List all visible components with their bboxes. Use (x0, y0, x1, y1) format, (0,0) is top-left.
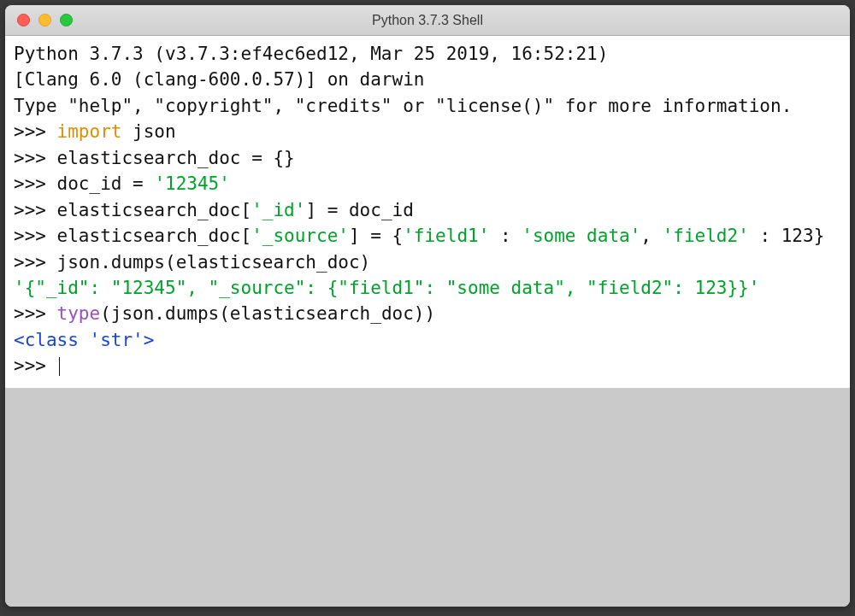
repl-segment: 'field1' (403, 226, 489, 246)
repl-line: >>> import json (14, 119, 841, 144)
repl-segment: 'some data' (522, 226, 640, 246)
repl-segment: (json.dumps(elasticsearch_doc)) (100, 303, 435, 324)
repl-line: >>> json.dumps(elasticsearch_doc) (14, 249, 841, 275)
repl-segment: elasticsearch_doc[ (57, 200, 252, 220)
repl-prompt: >>> (14, 173, 57, 194)
window-controls (5, 14, 73, 26)
repl-segment: import (57, 121, 122, 142)
repl-segment: elasticsearch_doc[ (57, 226, 252, 246)
repl-segment: 'field2' (663, 226, 749, 246)
repl-segment: type (57, 303, 101, 324)
titlebar[interactable]: Python 3.7.3 Shell (5, 5, 850, 36)
close-icon[interactable] (17, 14, 30, 26)
repl-prompt: >>> (14, 121, 57, 142)
repl-segment: '_source' (251, 226, 349, 246)
repl-segment: ] = doc_id (305, 200, 413, 220)
window-title: Python 3.7.3 Shell (5, 13, 850, 28)
text-cursor (59, 357, 61, 376)
repl-segment: : 123} (749, 226, 825, 246)
repl-prompt: >>> (14, 303, 57, 324)
zoom-icon[interactable] (60, 14, 73, 26)
repl-segment: doc_id = (57, 173, 155, 194)
repl-prompt: >>> (14, 252, 57, 273)
repl-body: >>> import json>>> elasticsearch_doc = {… (14, 119, 841, 378)
repl-line: '{"_id": "12345", "_source": {"field1": … (14, 275, 841, 301)
repl-prompt: >>> (14, 148, 57, 168)
minimize-icon[interactable] (38, 14, 51, 26)
banner-line: [Clang 6.0 (clang-600.0.57)] on darwin (14, 69, 424, 90)
repl-segment: ] = { (349, 226, 403, 246)
repl-segment: json (121, 121, 175, 142)
repl-line: >>> (14, 353, 841, 378)
repl-line: >>> type(json.dumps(elasticsearch_doc)) (14, 301, 841, 326)
repl-segment: '12345' (154, 173, 230, 194)
repl-segment: '{"_id": "12345", "_source": {"field1": … (14, 278, 759, 298)
repl-prompt: >>> (14, 200, 57, 220)
repl-line: >>> elasticsearch_doc['_id'] = doc_id (14, 197, 841, 223)
repl-line: <class 'str'> (14, 327, 841, 353)
repl-segment: : (489, 226, 522, 246)
repl-segment: json.dumps(elasticsearch_doc) (57, 252, 371, 273)
repl-line: >>> doc_id = '12345' (14, 171, 841, 197)
repl-prompt: >>> (14, 355, 57, 376)
repl-segment: <class 'str'> (14, 330, 154, 350)
repl-segment: , (640, 226, 662, 246)
repl-segment: '_id' (251, 200, 305, 220)
repl-prompt: >>> (14, 226, 57, 246)
banner-line: Python 3.7.3 (v3.7.3:ef4ec6ed12, Mar 25 … (14, 44, 619, 64)
repl-line: >>> elasticsearch_doc['_source'] = {'fie… (14, 223, 841, 249)
banner-line: Type "help", "copyright", "credits" or "… (14, 96, 792, 116)
repl-segment: elasticsearch_doc = {} (57, 148, 295, 168)
idle-window: Python 3.7.3 Shell Python 3.7.3 (v3.7.3:… (5, 5, 850, 607)
window-footer-space (5, 388, 850, 607)
repl-line: >>> elasticsearch_doc = {} (14, 145, 841, 171)
shell-content[interactable]: Python 3.7.3 (v3.7.3:ef4ec6ed12, Mar 25 … (5, 36, 850, 388)
